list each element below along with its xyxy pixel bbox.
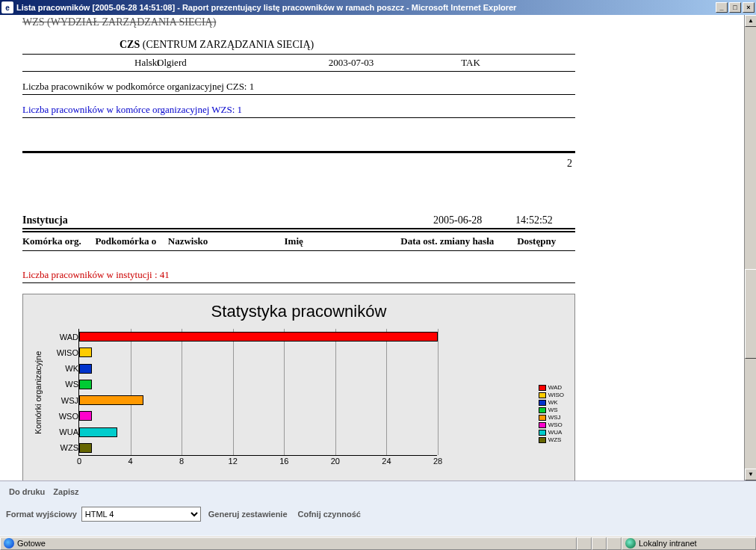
format-label: Format wyjściowy	[6, 510, 77, 519]
inst-date: 2005-06-28	[433, 214, 515, 226]
chart-x-tick-label: 20	[331, 457, 340, 466]
window-title: Lista pracowników [2005-06-28 14:51:08] …	[16, 3, 716, 12]
legend-item: WISO	[539, 392, 564, 399]
chart-legend: WADWISOWKWSWSJWSOWUAWZS	[539, 384, 564, 444]
status-bar: Gotowe Lokalny intranet	[0, 536, 756, 550]
legend-swatch	[539, 415, 546, 421]
column-headers: Komórka org. Podkomórka o Nazwisko Imię …	[22, 231, 575, 251]
legend-swatch	[539, 422, 546, 428]
legend-item: WZS	[539, 436, 564, 444]
chart-x-tick-label: 0	[77, 457, 81, 466]
chart-y-category: WISO	[46, 348, 78, 357]
chart-bar-wad	[79, 332, 438, 342]
chart-gridline	[284, 329, 285, 455]
status-cell-3	[607, 537, 622, 550]
close-button[interactable]: ×	[743, 2, 755, 13]
chart-x-tick-label: 24	[382, 457, 391, 466]
chart-y-categories: WADWISOWKWSWSJWSOWUAWZS	[46, 329, 78, 456]
inst-time: 14:52:52	[515, 214, 575, 226]
chart-gridline	[438, 329, 439, 455]
legend-label: WSJ	[548, 414, 561, 421]
status-zone-cell: Lokalny intranet	[622, 537, 756, 550]
bottom-toolbar: Do druku Zapisz Format wyjściowy HTML 4 …	[0, 481, 756, 536]
chart-bar-wua	[79, 427, 117, 437]
chart-gridline	[335, 329, 336, 455]
chart-bar-wso	[79, 411, 92, 421]
emp-surname: Halski	[22, 57, 157, 69]
status-cell-2	[592, 537, 607, 550]
institution-row: Instytucja 2005-06-28 14:52:52	[22, 214, 575, 229]
count-inst: Liczba pracowników w instytucji : 41	[22, 260, 575, 283]
chart-y-category: WAD	[46, 333, 78, 342]
chart-x-tick-label: 4	[128, 457, 133, 466]
minimize-button[interactable]: _	[716, 2, 728, 13]
count-czs: Liczba pracowników w podkomórce organiza…	[22, 72, 575, 95]
legend-item: WUA	[539, 429, 564, 436]
legend-label: WS	[548, 407, 558, 414]
legend-swatch	[539, 407, 546, 413]
chart-ylabel: Komórki organizacyjne	[31, 329, 46, 456]
scroll-up-button[interactable]: ▲	[745, 15, 756, 27]
chart-bar-wiso	[79, 347, 92, 357]
window-titlebar: e Lista pracowników [2005-06-28 14:51:08…	[0, 0, 756, 15]
chart-gridline	[386, 329, 387, 455]
status-ready-text: Gotowe	[17, 538, 46, 549]
legend-label: WUA	[548, 429, 563, 436]
generate-button[interactable]: Generuj zestawienie	[205, 508, 291, 520]
inst-label: Instytucja	[22, 214, 433, 226]
czs-section-header: CZS (CENTRUM ZARZĄDZANIA SIECIĄ)	[22, 28, 575, 55]
report-body: WZS (WYDZIAŁ ZARZĄDZANIA SIECIĄ) CZS (CE…	[0, 16, 598, 481]
chart-title: Statystyka pracowników	[31, 302, 567, 321]
hdr-nazwisko: Nazwisko	[168, 235, 285, 247]
chart-plot-area: 0481216202428	[78, 329, 437, 456]
chart-bar-wsj	[79, 395, 143, 405]
hdr-komorka: Komórka org.	[22, 235, 95, 247]
chart-x-tick-label: 12	[229, 457, 238, 466]
legend-label: WK	[548, 399, 558, 407]
chart-gridline	[182, 329, 182, 455]
print-button[interactable]: Do druku	[6, 486, 48, 498]
status-ready-cell: Gotowe	[0, 537, 577, 550]
chart-x-tick-label: 28	[433, 457, 442, 466]
save-button[interactable]: Zapisz	[50, 486, 81, 498]
chart-bar-wk	[79, 364, 92, 374]
format-select[interactable]: HTML 4	[81, 507, 201, 522]
chart-y-category: WK	[46, 364, 78, 373]
czs-abbr: CZS	[120, 39, 140, 50]
vertical-scrollbar[interactable]: ▲ ▼	[744, 15, 756, 481]
status-cell-1	[577, 537, 592, 550]
legend-swatch	[539, 385, 546, 391]
chart-x-ticks: 0481216202428	[79, 457, 437, 469]
ie-icon: e	[1, 1, 13, 13]
emp-firstname: Olgierd	[157, 57, 276, 69]
legend-item: WAD	[539, 384, 564, 392]
legend-swatch	[539, 430, 546, 436]
ie-status-icon	[4, 538, 14, 549]
chart-y-category: WUA	[46, 427, 78, 436]
undo-button[interactable]: Cofnij czynność	[295, 508, 364, 520]
hdr-podkomorka: Podkomórka o	[95, 235, 167, 247]
chart-y-category: WS	[46, 380, 78, 389]
scroll-down-button[interactable]: ▼	[745, 469, 756, 481]
page-number: 2	[22, 153, 575, 170]
chart-container: Statystyka pracowników Komórki organizac…	[22, 294, 575, 481]
chart-x-tick-label: 8	[179, 457, 184, 466]
status-zone-text: Lokalny intranet	[639, 538, 697, 549]
legend-label: WZS	[548, 436, 562, 444]
zone-icon	[625, 538, 636, 549]
maximize-button[interactable]: □	[729, 2, 741, 13]
count-wzs: Liczba pracowników w komórce organizacyj…	[22, 95, 575, 118]
czs-full: (CENTRUM ZARZĄDZANIA SIECIĄ)	[140, 39, 314, 50]
legend-swatch	[539, 392, 546, 398]
legend-item: WK	[539, 399, 564, 407]
legend-label: WAD	[548, 384, 562, 392]
hdr-data: Data ost. zmiany hasła	[400, 235, 517, 247]
legend-label: WISO	[548, 392, 564, 399]
emp-avail: TAK	[426, 57, 515, 69]
scroll-thumb[interactable]	[745, 269, 756, 359]
legend-swatch	[539, 400, 546, 406]
chart-y-category: WSJ	[46, 396, 78, 405]
legend-item: WSO	[539, 421, 564, 429]
content-viewport: WZS (WYDZIAŁ ZARZĄDZANIA SIECIĄ) CZS (CE…	[0, 15, 744, 481]
chart-bar-wzs	[79, 443, 92, 453]
